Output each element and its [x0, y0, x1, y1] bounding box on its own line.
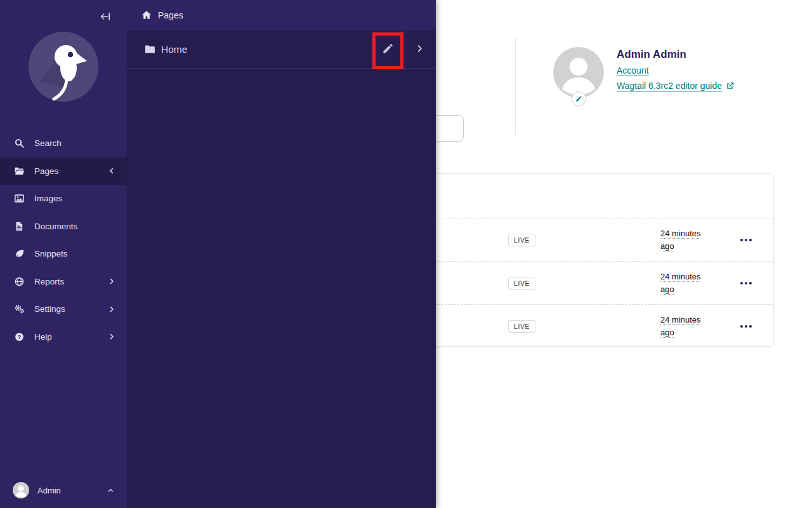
status-badge: LIVE [508, 320, 535, 333]
updated-time[interactable]: 24 minutes ago [660, 227, 707, 253]
chevron-up-icon [107, 487, 114, 494]
sidebar-item-snippets[interactable]: Snippets [0, 240, 127, 268]
row-actions-button[interactable] [738, 279, 754, 287]
editor-guide-link[interactable]: Wagtail 6.3rc2 editor guide [617, 81, 722, 91]
chevron-right-icon [108, 333, 115, 340]
flyout-header: Pages [127, 0, 436, 30]
table-row: LIVE 24 minutes ago [407, 304, 773, 347]
sidebar-item-images[interactable]: Images [0, 185, 127, 213]
row-actions-button[interactable] [738, 323, 754, 330]
wagtail-admin-screen: Admin Admin Account Wagtail 6.3rc2 edito… [0, 0, 812, 508]
search-icon [14, 138, 25, 149]
page-item-label: Home [161, 44, 187, 55]
collapse-left-icon [99, 10, 112, 23]
sidebar-item-search[interactable]: Search [0, 130, 127, 157]
avatar-icon [13, 482, 29, 498]
sidebar-item-pages[interactable]: Pages [0, 157, 127, 185]
pencil-icon [575, 95, 582, 102]
chevron-right-icon [108, 305, 115, 313]
sidebar-item-help[interactable]: ? Help [0, 323, 127, 351]
image-icon [14, 193, 25, 204]
flyout-title: Pages [158, 10, 183, 20]
help-icon: ? [14, 331, 25, 342]
profile-divider [515, 38, 516, 135]
wagtail-logo[interactable] [29, 32, 98, 102]
profile-name: Admin Admin [617, 48, 686, 61]
status-badge: LIVE [508, 277, 535, 290]
sidebar-footer-label: Admin [37, 486, 61, 495]
sidebar-item-label: Reports [34, 277, 64, 286]
chevron-left-icon [108, 167, 115, 175]
sidebar-item-label: Search [34, 138, 62, 148]
wagtail-bird-icon [29, 32, 98, 102]
cog-icon [14, 304, 25, 314]
table-row: LIVE 24 minutes ago [407, 218, 773, 261]
sidebar: Search Pages Images [0, 0, 127, 508]
pages-flyout-panel: Pages Home [127, 0, 436, 508]
row-actions-button[interactable] [738, 236, 754, 244]
document-icon [14, 221, 25, 232]
sidebar-item-label: Settings [34, 304, 65, 314]
home-icon [141, 10, 152, 21]
recent-edits-card: LIVE 24 minutes ago LIVE 24 minutes ago … [406, 173, 774, 347]
snippet-icon [14, 248, 25, 259]
globe-icon [14, 276, 25, 287]
sidebar-item-label: Help [34, 332, 52, 342]
folder-open-icon [14, 166, 25, 177]
account-link[interactable]: Account [617, 65, 649, 76]
avatar-edit-button[interactable] [572, 91, 586, 106]
sidebar-item-reports[interactable]: Reports [0, 268, 127, 296]
sidebar-item-label: Snippets [34, 249, 68, 258]
status-badge: LIVE [508, 234, 535, 246]
sidebar-item-label: Pages [34, 166, 58, 176]
sidebar-item-label: Documents [34, 222, 77, 231]
folder-icon [144, 43, 156, 55]
sidebar-item-settings[interactable]: Settings [0, 295, 127, 323]
chevron-right-icon [415, 44, 424, 53]
updated-time[interactable]: 24 minutes ago [660, 314, 707, 339]
person-icon [553, 47, 604, 98]
sidebar-item-documents[interactable]: Documents [0, 213, 127, 241]
collapse-sidebar-button[interactable] [93, 7, 118, 26]
external-link-icon [726, 81, 735, 90]
row-divider [405, 30, 405, 68]
table-row: LIVE 24 minutes ago [407, 261, 773, 304]
svg-text:?: ? [18, 333, 21, 340]
chevron-right-icon [108, 277, 115, 285]
expand-page-button[interactable] [412, 43, 426, 57]
sidebar-menu: Search Pages Images [0, 130, 127, 351]
annotation-highlight-box [372, 32, 403, 69]
card-header [407, 174, 773, 218]
avatar [553, 47, 604, 98]
sidebar-account-button[interactable]: Admin [0, 472, 127, 508]
sidebar-item-label: Images [34, 194, 62, 203]
updated-time[interactable]: 24 minutes ago [660, 271, 707, 296]
